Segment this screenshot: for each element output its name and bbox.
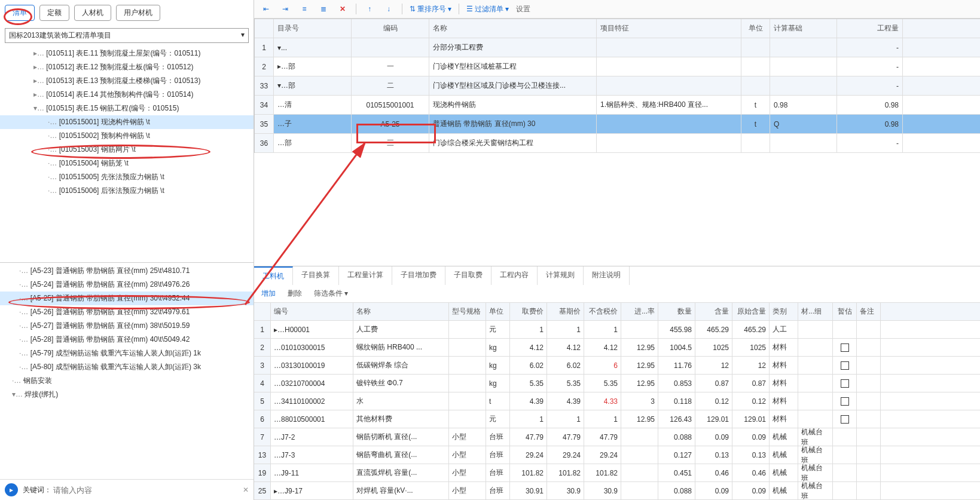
sub-tab[interactable]: 工料机	[254, 266, 293, 285]
sub-tab[interactable]: 工程量计算	[339, 266, 392, 285]
tree-node[interactable]: ·… [010515003] 钢筋网片 \t	[0, 143, 254, 157]
table-row[interactable]: 1▾...分部分项工程费-	[255, 38, 980, 57]
keyword-toggle-icon[interactable]: ▸	[5, 483, 18, 496]
tree-node[interactable]: ·… [010515001] 现浇构件钢筋 \t	[0, 115, 254, 129]
detail-row[interactable]: 1▸…H00001人工费元111455.98465.29465.29人工	[254, 321, 980, 339]
tree-node[interactable]: ·… [A5-26] 普通钢筋 带肋钢筋 直径(mm) 32\t\4979.61	[0, 305, 254, 319]
tree-node[interactable]: ·… 钢筋安装	[0, 374, 254, 388]
sub-tab[interactable]: 工程内容	[491, 266, 538, 285]
move-down-icon[interactable]: ↓	[383, 4, 395, 14]
sub-tab[interactable]: 计算规则	[538, 266, 584, 285]
detail-row[interactable]: 25▸…J9-17对焊机 容量(kV·...小型台班30.9130.930.90…	[254, 482, 980, 500]
detail-col: 暂估	[833, 303, 857, 320]
settings-button[interactable]: 设置	[516, 4, 530, 14]
tree-node[interactable]: ·… [A5-79] 成型钢筋运输 载重汽车运输人装人卸(运距) 1k	[0, 346, 254, 360]
tree-node[interactable]: ▸… [010513] 表E.13 预制混凝土楼梯(编号：010513)	[0, 74, 254, 88]
detail-row[interactable]: 6…88010500001其他材料费元11112.95126.43129.011…	[254, 410, 980, 428]
delete-button[interactable]: 删除	[288, 289, 302, 299]
table-row[interactable]: 35…子A5-25普通钢筋 带肋钢筋 直径(mm) 30tQ0.98	[255, 115, 980, 134]
tab-list[interactable]: 清单	[5, 5, 35, 21]
tree-node[interactable]: ·… [010515006] 后张法预应力钢筋 \t	[0, 184, 254, 198]
table-row[interactable]: 2▸…部一门诊楼Y型柱区域桩基工程-	[255, 57, 980, 76]
tree-node[interactable]: ·… [010515005] 先张法预应力钢筋 \t	[0, 170, 254, 184]
tree-node[interactable]: ·… [A5-23] 普通钢筋 带肋钢筋 直径(mm) 25\t\4810.71	[0, 264, 254, 278]
sub-tab[interactable]: 子目换算	[293, 266, 339, 285]
keyword-label: 关键词：	[23, 485, 51, 495]
detail-col: 名称	[353, 303, 449, 320]
tree-node[interactable]: ·… [010515004] 钢筋笼 \t	[0, 157, 254, 170]
tree-node[interactable]: ▸… [010512] 表E.12 预制混凝土板(编号：010512)	[0, 60, 254, 74]
col-base: 计算基础	[770, 19, 837, 38]
col-feat: 项目特征	[597, 19, 741, 38]
keyword-clear-icon[interactable]: ✕	[243, 486, 249, 494]
tree-node[interactable]: ▸… [010514] 表E.14 其他预制构件(编号：010514)	[0, 88, 254, 102]
tree-node[interactable]: ▾… 焊接(绑扎)	[0, 388, 254, 401]
detail-col	[254, 303, 271, 320]
left-tabs: 清单 定额 人材机 用户材机	[0, 0, 254, 26]
move-up-icon[interactable]: ↑	[364, 4, 375, 14]
detail-col: 含量	[695, 303, 732, 320]
tab-labor[interactable]: 人材机	[74, 5, 111, 21]
col-name: 名称	[429, 19, 597, 38]
detail-row[interactable]: 13…J7-3钢筋弯曲机 直径(...小型台班29.2429.2429.240.…	[254, 446, 980, 464]
sub-tabs: 工料机子目换算工程量计算子目增加费子目取费工程内容计算规则附注说明	[254, 266, 980, 285]
detail-col: 编号	[271, 303, 353, 320]
detail-row[interactable]: 3…03130100019低碳钢焊条 综合kg6.026.02612.9511.…	[254, 357, 980, 375]
reorder-button[interactable]: ⇅重排序号 ▾	[410, 4, 451, 14]
table-row[interactable]: 34…清010515001001现浇构件钢筋1.钢筋种类、规格:HRB400 直…	[255, 96, 980, 115]
detail-col: 型号规格	[449, 303, 486, 320]
keyword-input[interactable]	[51, 484, 239, 496]
tab-quota[interactable]: 定额	[39, 5, 69, 21]
col-unit: 单位	[741, 19, 770, 38]
tree-node[interactable]: ·… [A5-24] 普通钢筋 带肋钢筋 直径(mm) 28\t\4976.26	[0, 278, 254, 292]
detail-row[interactable]: 5…34110100002水t4.394.394.3330.1180.120.1…	[254, 392, 980, 410]
delete-icon[interactable]: ✕	[337, 4, 349, 14]
detail-row[interactable]: 4…03210700004镀锌铁丝 Φ0.7kg5.355.355.3512.9…	[254, 375, 980, 392]
item-tree[interactable]: ·… [A5-23] 普通钢筋 带肋钢筋 直径(mm) 25\t\4810.71…	[0, 262, 254, 480]
align-icon[interactable]: ≡	[298, 4, 310, 14]
detail-col: 进...率	[621, 303, 658, 320]
standard-dropdown[interactable]: 国标2013建筑装饰工程清单项目	[5, 28, 249, 43]
tree-node[interactable]: ▸… [010511] 表E.11 预制混凝土屋架(编号：010511)	[0, 47, 254, 60]
tree-node[interactable]: ·… [A5-27] 普通钢筋 带肋钢筋 直径(mm) 38\t\5019.59	[0, 319, 254, 333]
tree-node[interactable]: ▾… [010515] 表E.15 钢筋工程(编号：010515)	[0, 102, 254, 115]
sub-tab[interactable]: 子目取费	[445, 266, 491, 285]
detail-col: 类别	[770, 303, 798, 320]
add-button[interactable]: 增加	[261, 289, 276, 299]
category-tree[interactable]: ▸… [010511] 表E.11 预制混凝土屋架(编号：010511)▸… […	[0, 45, 254, 262]
filter-button[interactable]: ☰过滤清单 ▾	[466, 4, 509, 14]
detail-col: 不含税价	[584, 303, 621, 320]
sub-tab[interactable]: 子目增加费	[392, 266, 445, 285]
detail-row[interactable]: 2…01010300015螺纹钢筋 HRB400 ...kg4.124.124.…	[254, 339, 980, 357]
table-row[interactable]: 36…部三门诊综合楼采光天窗钢结构工程-	[255, 134, 980, 153]
detail-col: 取费价	[510, 303, 547, 320]
indent-left-icon[interactable]: ⇤	[260, 4, 272, 14]
filter-dropdown[interactable]: 筛选条件 ▾	[314, 289, 348, 299]
detail-col: 数量	[658, 303, 695, 320]
col-dir: 目录号	[274, 19, 352, 38]
main-toolbar: ⇤ ⇥ ≡ ≣ ✕ ↑ ↓ ⇅重排序号 ▾ ☰过滤清单 ▾ 设置	[254, 0, 980, 19]
detail-col: 材...细	[798, 303, 833, 320]
tree-node[interactable]: ·… [A5-80] 成型钢筋运输 载重汽车运输人装人卸(运距) 3k	[0, 360, 254, 374]
detail-col: 备注	[857, 303, 881, 320]
tab-user[interactable]: 用户材机	[116, 5, 160, 21]
align2-icon[interactable]: ≣	[317, 4, 329, 14]
detail-col: 原始含量	[732, 303, 770, 320]
table-row[interactable]: 33▾…部二门诊楼Y型柱区域及门诊楼与公卫楼连接...-	[255, 76, 980, 96]
sub-tab[interactable]: 附注说明	[584, 266, 630, 285]
tree-node[interactable]: ·… [A5-25] 普通钢筋 带肋钢筋 直径(mm) 30\t\4952.44	[0, 292, 254, 305]
detail-row[interactable]: 7…J7-2钢筋切断机 直径(...小型台班47.7947.7947.790.0…	[254, 428, 980, 446]
col-code: 编码	[352, 19, 429, 38]
col-qty: 工程量	[837, 19, 903, 38]
indent-right-icon[interactable]: ⇥	[279, 4, 291, 14]
detail-table: 编号名称型号规格单位取费价基期价不含税价进...率数量含量原始含量类别材...细…	[254, 303, 980, 500]
tree-node[interactable]: ·… [010515002] 预制构件钢筋 \t	[0, 129, 254, 143]
col-num	[255, 19, 274, 38]
detail-col: 基期价	[547, 303, 584, 320]
detail-row[interactable]: 19…J9-11直流弧焊机 容量(...小型台班101.82101.82101.…	[254, 464, 980, 482]
main-table: 目录号 编码 名称 项目特征 单位 计算基础 工程量 1▾...分部分项工程费-…	[254, 19, 980, 153]
tree-node[interactable]: ·… [A5-28] 普通钢筋 带肋钢筋 直径(mm) 40\t\5049.42	[0, 333, 254, 346]
detail-col: 单位	[486, 303, 510, 320]
